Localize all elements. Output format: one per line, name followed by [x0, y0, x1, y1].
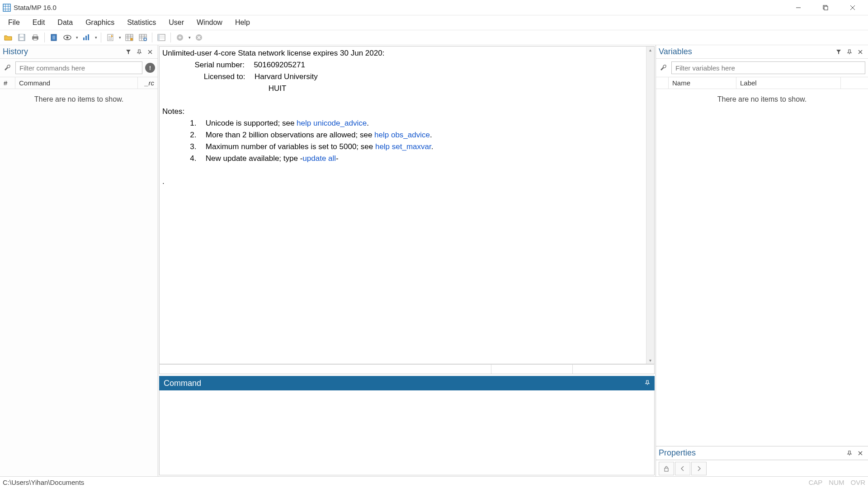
- dropdown-icon[interactable]: ▾: [118, 35, 122, 40]
- break-icon[interactable]: [193, 31, 205, 44]
- variables-title: Variables: [659, 47, 833, 56]
- center-area: Unlimited-user 4-core Stata network lice…: [158, 45, 656, 476]
- app-title: Stata/MP 16.0: [14, 4, 57, 11]
- command-header: Command: [159, 376, 655, 390]
- variables-panel: Variables Name Label There are no items …: [656, 45, 868, 446]
- data-editor-icon[interactable]: [123, 31, 136, 44]
- variables-empty: There are no items to show.: [656, 89, 868, 110]
- close-icon[interactable]: [145, 47, 155, 57]
- toolbar-separator: [101, 33, 101, 42]
- results-statusstrip: [159, 364, 655, 374]
- pin-icon[interactable]: [134, 47, 144, 57]
- save-icon[interactable]: [15, 31, 28, 44]
- variables-manager-icon[interactable]: [155, 31, 168, 44]
- menu-user[interactable]: User: [162, 17, 190, 28]
- filter-icon[interactable]: [834, 47, 844, 57]
- menu-help[interactable]: Help: [229, 17, 256, 28]
- properties-title: Properties: [659, 448, 844, 458]
- menu-edit[interactable]: Edit: [26, 17, 52, 28]
- graph-icon[interactable]: [80, 31, 93, 44]
- help-link[interactable]: help set_maxvar: [375, 142, 431, 151]
- pin-icon[interactable]: [645, 379, 650, 387]
- history-title: History: [3, 47, 123, 56]
- menu-graphics[interactable]: Graphics: [79, 17, 121, 28]
- toolbar: ▾ ▾ ▾ ▾: [0, 30, 868, 45]
- history-empty: There are no items to show.: [0, 89, 158, 110]
- svg-rect-55: [665, 468, 668, 471]
- variables-filter-input[interactable]: [671, 61, 865, 74]
- menu-file[interactable]: File: [2, 17, 26, 28]
- command-input[interactable]: [159, 390, 655, 475]
- history-col-command[interactable]: Command: [15, 77, 138, 89]
- svg-rect-15: [33, 38, 37, 40]
- next-icon[interactable]: [691, 462, 707, 475]
- cap-indicator: CAP: [808, 479, 822, 486]
- print-icon[interactable]: [29, 31, 42, 44]
- app-icon: [3, 4, 11, 12]
- results-scrollbar[interactable]: ▴ ▾: [646, 47, 654, 364]
- info-badge-icon[interactable]: !: [145, 63, 155, 73]
- do-file-editor-icon[interactable]: [104, 31, 117, 44]
- ovr-indicator: OVR: [850, 479, 865, 486]
- menu-data[interactable]: Data: [51, 17, 79, 28]
- log-icon[interactable]: [47, 31, 60, 44]
- scroll-up-icon[interactable]: ▴: [649, 47, 651, 53]
- wrench-icon[interactable]: [3, 63, 13, 73]
- toolbar-separator: [44, 33, 45, 42]
- svg-rect-0: [3, 4, 10, 11]
- working-dir: C:\Users\Yihan\Documents: [3, 479, 802, 486]
- maximize-button[interactable]: [812, 0, 839, 15]
- properties-panel: Properties: [656, 446, 868, 476]
- svg-rect-22: [83, 38, 85, 40]
- dropdown-icon[interactable]: ▾: [75, 35, 79, 40]
- menubar: File Edit Data Graphics Statistics User …: [0, 15, 868, 30]
- viewer-icon[interactable]: [61, 31, 74, 44]
- svg-rect-24: [88, 34, 89, 40]
- close-icon[interactable]: [855, 47, 865, 57]
- lock-icon[interactable]: [659, 462, 674, 475]
- svg-point-21: [66, 37, 69, 39]
- svg-rect-23: [85, 36, 87, 40]
- menu-statistics[interactable]: Statistics: [121, 17, 162, 28]
- close-icon[interactable]: [855, 448, 865, 458]
- menu-window[interactable]: Window: [190, 17, 229, 28]
- dropdown-icon[interactable]: ▾: [187, 35, 192, 40]
- minimize-button[interactable]: [785, 0, 812, 15]
- variables-col-extra: [841, 77, 868, 89]
- num-indicator: NUM: [829, 479, 844, 486]
- pin-icon[interactable]: [844, 448, 854, 458]
- right-panels: Variables Name Label There are no items …: [656, 45, 868, 476]
- svg-rect-42: [158, 34, 160, 41]
- history-columns: # Command _rc: [0, 77, 158, 89]
- svg-rect-12: [20, 38, 24, 40]
- toolbar-separator: [152, 33, 152, 42]
- open-icon[interactable]: [2, 31, 14, 44]
- wrench-icon[interactable]: [659, 63, 669, 73]
- close-button[interactable]: [839, 0, 866, 15]
- svg-rect-7: [824, 6, 828, 10]
- help-link[interactable]: update all: [302, 154, 336, 163]
- svg-point-34: [130, 38, 133, 41]
- svg-rect-14: [33, 35, 37, 37]
- statusbar: C:\Users\Yihan\Documents CAP NUM OVR: [0, 476, 868, 488]
- svg-rect-25: [108, 34, 113, 41]
- filter-icon[interactable]: [123, 47, 133, 57]
- results-output[interactable]: Unlimited-user 4-core Stata network lice…: [160, 47, 646, 364]
- history-filter-input[interactable]: [15, 61, 142, 74]
- history-col-num[interactable]: #: [0, 77, 15, 89]
- variables-columns: Name Label: [656, 77, 868, 89]
- dropdown-icon[interactable]: ▾: [94, 35, 98, 40]
- data-browser-icon[interactable]: [137, 31, 149, 44]
- toolbar-separator: [170, 33, 171, 42]
- scroll-down-icon[interactable]: ▾: [649, 357, 651, 364]
- prev-icon[interactable]: [675, 462, 690, 475]
- help-link[interactable]: help obs_advice: [374, 131, 430, 139]
- variables-col-spacer: [656, 77, 669, 89]
- svg-rect-11: [20, 34, 24, 37]
- pin-icon[interactable]: [844, 47, 854, 57]
- history-col-rc[interactable]: _rc: [138, 77, 158, 89]
- more-icon[interactable]: [174, 31, 186, 44]
- variables-col-label[interactable]: Label: [736, 77, 841, 89]
- variables-col-name[interactable]: Name: [669, 77, 736, 89]
- help-link[interactable]: help unicode_advice: [297, 119, 367, 127]
